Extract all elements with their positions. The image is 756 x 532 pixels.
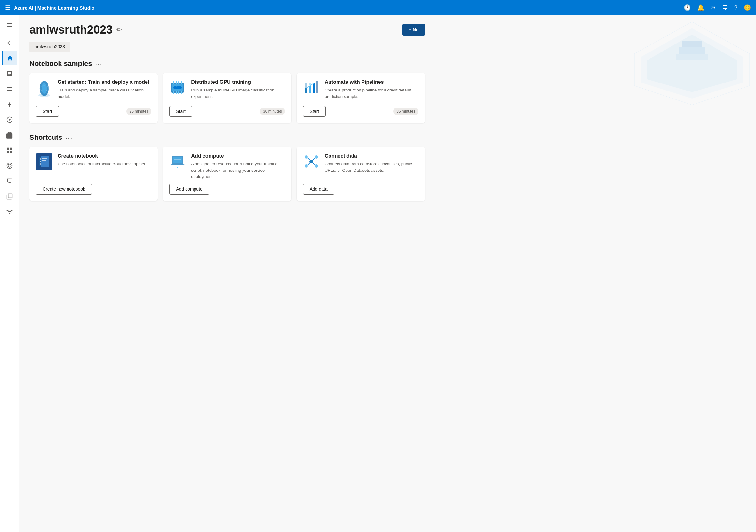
shortcut-top-data: Connect data Connect data from datastore… (303, 153, 418, 173)
svg-point-46 (177, 167, 178, 168)
start-button-gpu[interactable]: Start (169, 106, 192, 117)
svg-rect-39 (40, 161, 40, 162)
notebook-samples-header: Notebook samples ··· (29, 60, 425, 68)
card-desc-compute: A designated resource for running your t… (191, 161, 285, 180)
card-footer-pipelines: Start 35 minutes (303, 106, 418, 117)
card-text-data: Connect data Connect data from datastore… (325, 153, 418, 173)
shortcut-top-notebook: Create notebook Use notebooks for intera… (36, 153, 151, 170)
notebook-samples-grid: Get started: Train and deploy a model Tr… (29, 73, 425, 123)
card-title-pipelines: Automate with Pipelines (325, 79, 418, 85)
notebook-samples-more[interactable]: ··· (95, 60, 103, 67)
add-compute-button[interactable]: Add compute (169, 184, 209, 195)
user-avatar[interactable]: 😊 (744, 4, 751, 11)
sidebar-item-home[interactable] (2, 51, 17, 65)
card-text-notebook: Create notebook Use notebooks for intera… (58, 153, 151, 167)
card-text-gpu: Distributed GPU training Run a sample mu… (191, 79, 285, 99)
notebook-shortcut-icon (36, 153, 52, 170)
new-button[interactable]: + Ne (402, 24, 425, 36)
shortcuts-more[interactable]: ··· (66, 134, 73, 142)
page-title-row: amlwsruth2023 ✏ (29, 23, 122, 37)
help-icon[interactable]: ? (734, 5, 738, 11)
sidebar-item-data[interactable] (2, 128, 17, 142)
card-top: Get started: Train and deploy a model Tr… (36, 79, 151, 102)
feedback-icon[interactable]: 🗨 (722, 5, 728, 11)
start-button-train[interactable]: Start (36, 106, 59, 117)
gpu-icon (169, 79, 186, 97)
edit-workspace-icon[interactable]: ✏ (117, 26, 122, 34)
svg-rect-45 (173, 157, 182, 163)
shortcut-card-notebook: Create notebook Use notebooks for intera… (29, 147, 158, 201)
sidebar-item-models[interactable] (2, 143, 17, 157)
shortcuts-grid: Create notebook Use notebooks for intera… (29, 147, 425, 201)
card-footer: Start 25 minutes (36, 106, 151, 117)
svg-rect-30 (312, 83, 315, 93)
card-title-gpu: Distributed GPU training (191, 79, 285, 85)
card-top-pipelines: Automate with Pipelines Create a product… (303, 79, 418, 99)
topbar-right: 🕐 🔔 ⚙ 🗨 ? 😊 (684, 4, 751, 11)
svg-rect-2 (7, 148, 9, 150)
home-icon (6, 55, 14, 62)
jobs-icon (6, 85, 13, 93)
svg-rect-43 (42, 162, 46, 162)
shortcuts-header: Shortcuts ··· (29, 133, 425, 142)
data-shortcut-icon (303, 153, 320, 170)
sidebar-item-compute[interactable] (2, 174, 17, 188)
main-content: amlwsruth2023 ✏ + Ne amlwsruth2023 Noteb… (19, 15, 435, 219)
svg-rect-20 (173, 81, 175, 84)
clock-icon[interactable]: 🕐 (684, 4, 691, 11)
card-footer-gpu: Start 30 minutes (169, 106, 285, 117)
card-desc-notebook: Use notebooks for interactive cloud deve… (58, 161, 151, 167)
bell-icon[interactable]: 🔔 (697, 4, 704, 11)
sidebar-item-notebooks[interactable] (2, 66, 17, 81)
svg-rect-24 (173, 92, 175, 94)
topbar: ☰ Azure AI | Machine Learning Studio 🕐 🔔… (0, 0, 756, 15)
card-desc-data: Connect data from datastores, local file… (325, 161, 418, 173)
svg-rect-32 (309, 83, 311, 85)
shortcut-card-data: Connect data Connect data from datastore… (297, 147, 425, 201)
svg-point-49 (310, 160, 313, 164)
svg-rect-28 (305, 88, 308, 93)
duration-badge-train: 25 minutes (126, 108, 152, 115)
svg-rect-40 (40, 164, 40, 165)
notebook-samples-title: Notebook samples (29, 60, 92, 68)
sidebar-hamburger[interactable] (2, 18, 17, 32)
svg-rect-9 (679, 47, 705, 54)
svg-rect-25 (176, 92, 177, 94)
notebook-card-gpu: Distributed GPU training Run a sample mu… (163, 73, 291, 123)
svg-rect-4 (10, 151, 12, 153)
card-footer-data: Add data (303, 184, 418, 195)
shortcut-card-compute: Add compute A designated resource for ru… (163, 147, 291, 201)
sidebar-item-pipelines[interactable] (2, 97, 17, 111)
card-text-pipelines: Automate with Pipelines Create a product… (325, 79, 418, 99)
card-top-gpu: Distributed GPU training Run a sample mu… (169, 79, 285, 99)
card-desc-train: Train and deploy a sample image classifi… (58, 87, 151, 99)
svg-rect-29 (309, 86, 311, 93)
sidebar (0, 15, 19, 532)
svg-rect-26 (178, 92, 179, 94)
svg-line-54 (308, 158, 310, 160)
sidebar-item-jobs[interactable] (2, 82, 17, 96)
card-desc-pipelines: Create a production pipeline for a credi… (325, 87, 418, 99)
sidebar-item-components[interactable] (2, 113, 17, 127)
sidebar-item-infra[interactable] (2, 205, 17, 219)
models-icon (6, 147, 13, 154)
back-button[interactable] (2, 36, 17, 50)
card-title-train: Get started: Train and deploy a model (58, 79, 151, 85)
add-data-button[interactable]: Add data (303, 184, 334, 195)
main-scroll-area[interactable]: amlwsruth2023 ✏ + Ne amlwsruth2023 Noteb… (19, 15, 756, 532)
train-deploy-icon (36, 79, 52, 102)
sidebar-item-environments[interactable] (2, 189, 17, 203)
environments-icon (6, 193, 13, 200)
svg-point-51 (315, 155, 318, 159)
new-button-label: + Ne (409, 27, 418, 32)
svg-rect-5 (7, 151, 9, 153)
hamburger-icon[interactable]: ☰ (5, 4, 10, 11)
notebook-card-train-deploy: Get started: Train and deploy a model Tr… (29, 73, 158, 123)
shortcut-top-compute: Add compute A designated resource for ru… (169, 153, 285, 180)
create-notebook-button[interactable]: Create new notebook (36, 184, 92, 195)
card-title-notebook: Create notebook (58, 153, 151, 159)
sidebar-item-endpoints[interactable] (2, 159, 17, 173)
topbar-left: ☰ Azure AI | Machine Learning Studio (5, 4, 94, 11)
gear-icon[interactable]: ⚙ (711, 4, 716, 11)
start-button-pipelines[interactable]: Start (303, 106, 326, 117)
